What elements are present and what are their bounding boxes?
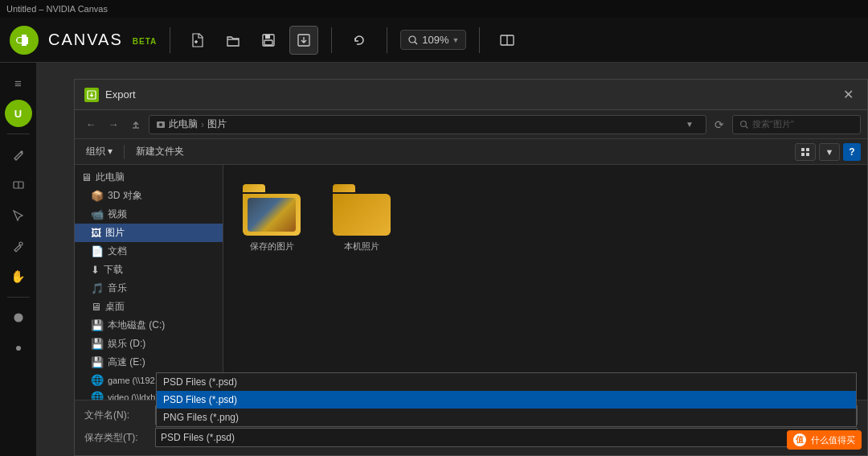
export-button[interactable]	[289, 26, 318, 55]
undo-button[interactable]	[345, 26, 374, 55]
tree-item-docs-label: 文档	[108, 244, 127, 258]
tree-item-3d[interactable]: 📦 3D 对象	[75, 187, 223, 205]
filetype-current-value: PSD Files (*.psd)	[161, 432, 235, 443]
svg-rect-1	[265, 35, 270, 39]
d-drive-icon: 💾	[91, 338, 104, 350]
nvidia-logo	[10, 26, 39, 55]
tree-item-docs[interactable]: 📄 文档	[75, 242, 223, 261]
video-icon: 📹	[91, 208, 104, 220]
tree-item-d-drive[interactable]: 💾 娱乐 (D:)	[75, 335, 223, 353]
video-net-icon: 🌐	[91, 391, 104, 400]
filetype-label: 保存类型(T):	[84, 431, 149, 445]
tree-item-d-label: 娱乐 (D:)	[108, 337, 145, 351]
tree-item-c-label: 本地磁盘 (C:)	[108, 318, 165, 332]
svg-rect-2	[264, 40, 272, 45]
bottom-panel: 文件名(N): ▼ 保存类型(T): PSD Files (*.psd) ▼ P…	[75, 400, 867, 455]
toolbar-separator-4	[479, 27, 480, 53]
filetype-option-psd2[interactable]: PSD Files (*.psd)	[157, 391, 856, 409]
open-button[interactable]	[219, 26, 248, 55]
dialog-close-button[interactable]: ✕	[838, 85, 858, 105]
filetype-dropdown-menu: PSD Files (*.psd) PSD Files (*.psd) PNG …	[156, 372, 857, 427]
tree-item-desktop[interactable]: 🖥 桌面	[75, 298, 223, 316]
move-tool-button[interactable]: ✋	[5, 263, 32, 290]
path-dropdown-button[interactable]: ▼	[680, 115, 699, 134]
organize-label: 组织 ▾	[86, 145, 113, 158]
filetype-option-png[interactable]: PNG Files (*.png)	[157, 409, 856, 426]
tree-item-computer[interactable]: 🖥 此电脑	[75, 168, 223, 187]
pictures-icon: 🖼	[91, 227, 101, 239]
folder-saved-icon	[243, 184, 301, 236]
split-view-button[interactable]	[493, 26, 522, 55]
paint-tool-button[interactable]	[5, 232, 32, 260]
svg-point-9	[16, 346, 21, 351]
canvas-beta-label: BETA	[133, 37, 157, 46]
tree-item-desktop-label: 桌面	[105, 300, 125, 314]
tree-panel: 🖥 此电脑 📦 3D 对象 📹 视频 🖼 图片 📄 文档	[75, 165, 223, 400]
game-net-icon: 🌐	[91, 374, 104, 386]
folder-local-icon	[333, 184, 391, 236]
new-doc-button[interactable]	[183, 26, 212, 55]
nav-back-button[interactable]: ←	[81, 115, 100, 134]
view-dropdown-button[interactable]: ▼	[819, 143, 840, 161]
dialog-export-icon	[84, 88, 99, 102]
tree-item-label: 此电脑	[96, 170, 125, 184]
zoom-control[interactable]: 109% ▼	[400, 30, 466, 50]
docs-icon: 📄	[91, 245, 104, 257]
svg-rect-14	[801, 148, 805, 151]
browser-area: 🖥 此电脑 📦 3D 对象 📹 视频 🖼 图片 📄 文档	[75, 165, 867, 400]
canvas-title: CANVAS	[48, 31, 123, 49]
svg-rect-16	[801, 153, 805, 156]
save-button[interactable]	[254, 26, 283, 55]
dialog-titlebar: Export ✕	[75, 80, 867, 110]
brush-tool-button[interactable]	[5, 141, 32, 168]
tree-item-downloads-label: 下载	[104, 263, 123, 277]
filetype-select[interactable]: PSD Files (*.psd) ▼ PSD Files (*.psd) PS…	[155, 428, 858, 447]
path-part-2: 图片	[207, 117, 227, 131]
watermark-badge: 值 什么值得买	[787, 430, 862, 450]
main-canvas-area: Export ✕ ← → 此电脑 › 图片 ▼	[37, 63, 868, 456]
circle-tool-button[interactable]	[5, 304, 32, 331]
filetype-row: 保存类型(T): PSD Files (*.psd) ▼ PSD Files (…	[84, 428, 858, 447]
dialog-title: Export	[105, 88, 832, 101]
tree-item-music[interactable]: 🎵 音乐	[75, 279, 223, 298]
filetype-option-psd1[interactable]: PSD Files (*.psd)	[157, 373, 856, 391]
dot-tool-button[interactable]	[5, 335, 32, 362]
tree-item-e-drive[interactable]: 💾 高速 (E:)	[75, 353, 223, 372]
tree-item-pictures[interactable]: 🖼 图片	[75, 224, 223, 242]
dialog-toolbar-row: 组织 ▾ 新建文件夹 ▼ ?	[75, 139, 867, 165]
select-tool-button[interactable]	[5, 202, 32, 229]
sidebar-divider-1	[7, 134, 30, 134]
eraser-tool-button[interactable]	[5, 171, 32, 199]
sidebar: ≡ U ✋	[0, 63, 37, 456]
computer-icon: 🖥	[81, 171, 92, 183]
path-breadcrumb[interactable]: 此电脑 › 图片 ▼	[149, 115, 706, 134]
new-folder-label: 新建文件夹	[136, 145, 184, 158]
nav-up-button[interactable]	[126, 115, 145, 134]
view-icons-button[interactable]	[795, 143, 816, 161]
file-item-saved-pictures[interactable]: 保存的图片	[236, 178, 307, 259]
user-avatar-button[interactable]: U	[5, 100, 32, 127]
toolbar-separator-2	[331, 27, 332, 53]
toolbar-row-sep	[124, 145, 125, 159]
svg-point-13	[741, 121, 747, 126]
toolbar-separator-3	[387, 27, 387, 53]
organize-button[interactable]: 组织 ▾	[81, 142, 117, 161]
filename-label: 文件名(N):	[84, 409, 149, 422]
nav-forward-button[interactable]: →	[104, 115, 123, 134]
search-bar[interactable]: 搜索"图片"	[732, 115, 861, 134]
window-title: Untitled – NVIDIA Canvas	[6, 4, 108, 14]
new-folder-button[interactable]: 新建文件夹	[131, 142, 189, 161]
file-area: 保存的图片 本机照片	[223, 165, 867, 400]
watermark-text: 什么值得买	[811, 434, 855, 446]
tree-item-downloads[interactable]: ⬇ 下载	[75, 261, 223, 279]
file-label-saved: 保存的图片	[250, 240, 294, 253]
file-item-local-photos[interactable]: 本机照片	[326, 178, 397, 259]
help-button[interactable]: ?	[843, 143, 861, 161]
tree-item-c-drive[interactable]: 💾 本地磁盘 (C:)	[75, 316, 223, 335]
path-part-1: 此电脑	[169, 117, 198, 131]
c-drive-icon: 💾	[91, 319, 104, 331]
e-drive-icon: 💾	[91, 356, 104, 368]
refresh-button[interactable]: ⟳	[710, 115, 729, 134]
tree-item-video[interactable]: 📹 视频	[75, 205, 223, 224]
menu-button[interactable]: ≡	[5, 69, 32, 97]
